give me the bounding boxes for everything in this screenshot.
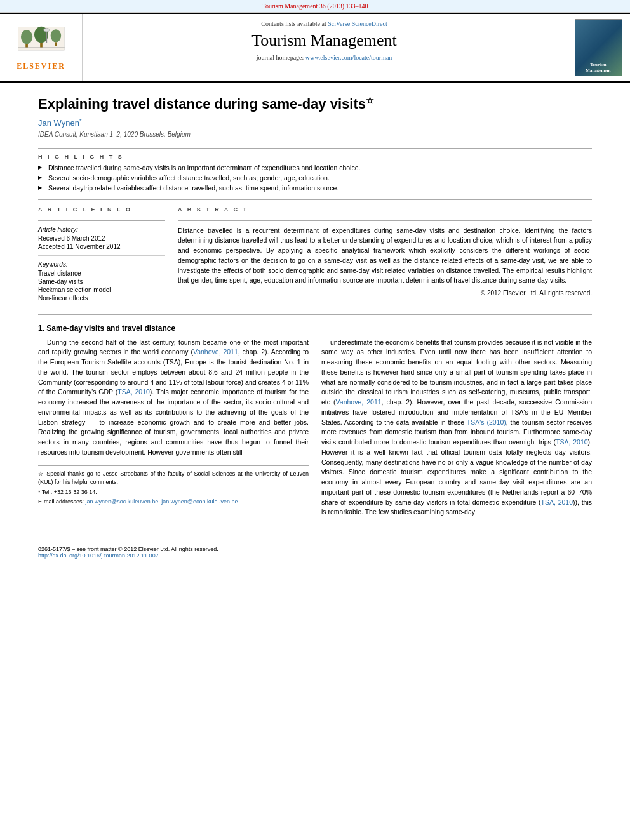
abstract-column: A B S T R A C T Distance travelled is a … [178,206,592,303]
author-affiliation: IDEA Consult, Kunstlaan 1–2, 1020 Brusse… [38,131,592,138]
svg-point-1 [20,30,32,44]
journal-title: Tourism Management [89,31,560,50]
doi-line: http://dx.doi.org/10.1016/j.tourman.2012… [38,552,592,559]
homepage-line: journal homepage: www.elsevier.com/locat… [89,54,560,61]
highlight-item: Several socio-demographic variables affe… [38,174,592,182]
elsevier-brand-text: ELSEVIER [17,62,65,71]
author-name-text: Jan Wynen [38,119,79,128]
author-star: * [79,117,82,124]
body-two-col: During the second half of the last centu… [38,338,592,523]
article-info-top-divider [38,220,165,221]
main-content: Explaining travel distance during same-d… [0,83,630,542]
body-top-divider [38,314,592,315]
keyword-3: Heckman selection model [38,286,165,293]
keyword-1: Travel distance [38,270,165,277]
journal-citation: Tourism Management 36 (2013) 133–140 [262,3,368,10]
svg-rect-2 [25,44,28,48]
svg-point-5 [50,29,60,42]
info-mid-divider [38,255,165,256]
keywords-title: Keywords: [38,261,165,268]
svg-rect-7 [46,30,47,43]
accepted-line: Accepted 11 November 2012 [38,243,165,250]
author-name: Jan Wynen* [38,117,592,128]
footnote-asterisk: * Tel.: +32 16 32 36 14. [38,488,309,497]
bottom-bar: 0261-5177/$ – see front matter © 2012 El… [0,542,630,563]
body-col-right: underestimate the economic benefits that… [321,338,592,523]
svg-rect-6 [55,42,57,46]
abstract-text: Distance travelled is a recurrent determ… [178,226,592,286]
homepage-link[interactable]: www.elsevier.com/locate/tourman [305,54,392,61]
keyword-4: Non-linear effects [38,295,165,302]
footnote-star: ☆ Special thanks go to Jesse Stroobants … [38,470,309,487]
highlights-list: Distance travelled during same-day visit… [38,164,592,192]
highlights-label: H I G H L I G H T S [38,154,592,160]
info-abstract-row: A R T I C L E I N F O Article history: R… [38,206,592,303]
keyword-2: Same-day visits [38,278,165,285]
title-star: ☆ [366,95,374,105]
body-col-left: During the second half of the last centu… [38,338,309,523]
doi-link[interactable]: http://dx.doi.org/10.1016/j.tourman.2012… [38,552,159,559]
footnote-area: ☆ Special thanks go to Jesse Stroobants … [38,465,309,507]
abstract-copyright: © 2012 Elsevier Ltd. All rights reserved… [178,290,592,297]
sciverse-link[interactable]: SciVerse ScienceDirect [328,20,387,27]
copyright-line: 0261-5177/$ – see front matter © 2012 El… [38,546,592,552]
tsa-link-3[interactable]: TSA, 2010 [556,438,587,446]
journal-cover-thumbnail: TourismManagement [566,14,630,81]
article-title-text: Explaining travel distance during same-d… [38,96,366,112]
article-info-label: A R T I C L E I N F O [38,206,165,213]
abstract-label: A B S T R A C T [178,206,592,213]
body-para-1: During the second half of the last centu… [38,338,309,458]
tsa-link-1[interactable]: TSA, 2010 [117,388,150,396]
top-journal-bar: Tourism Management 36 (2013) 133–140 [0,0,630,13]
sciverse-line: Contents lists available at SciVerse Sci… [89,20,560,27]
sciverse-text: Contents lists available at [261,20,328,27]
elsevier-tree-icon [13,24,70,59]
highlight-item: Distance travelled during same-day visit… [38,164,592,171]
elsevier-logo-area: ELSEVIER [0,14,83,81]
highlights-bottom-divider [38,199,592,200]
article-info-column: A R T I C L E I N F O Article history: R… [38,206,165,303]
vanhove-link-2[interactable]: Vanhove, 2011 [336,398,382,406]
highlights-divider [38,148,592,149]
journal-info-center: Contents lists available at SciVerse Sci… [83,14,566,81]
abstract-top-divider [178,220,592,221]
highlight-item: Several daytrip related variables affect… [38,184,592,192]
email-link-2[interactable]: jan.wynen@econ.kuleuven.be [161,498,238,505]
tsa-link-4[interactable]: TSA, 2010 [541,498,573,506]
article-title: Explaining travel distance during same-d… [38,95,592,112]
email-link-1[interactable]: jan.wynen@soc.kuleuven.be [86,498,159,505]
journal-cover-image: TourismManagement [575,19,622,76]
tsa-link-2[interactable]: TSA's (2010) [467,418,506,426]
homepage-text: journal homepage: [257,54,305,61]
received-line: Received 6 March 2012 [38,235,165,242]
article-history-title: Article history: [38,226,165,233]
journal-cover-text: TourismManagement [586,62,610,73]
footnote-email: E-mail addresses: jan.wynen@soc.kuleuven… [38,498,309,507]
section1-heading: 1. Same-day visits and travel distance [38,324,592,333]
vanhove-link-1[interactable]: Vanhove, 2011 [193,348,238,356]
journal-header: ELSEVIER Contents lists available at Sci… [0,13,630,83]
svg-point-8 [43,28,49,32]
svg-rect-4 [40,43,43,47]
body-para-2: underestimate the economic benefits that… [321,338,592,518]
